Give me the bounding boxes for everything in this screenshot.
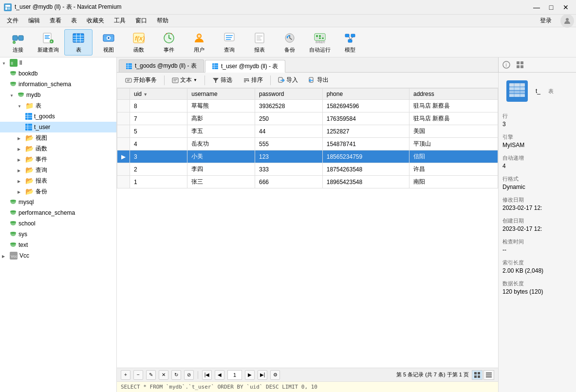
minimize-button[interactable]: —	[530, 2, 543, 12]
cell-address[interactable]: 南阳	[409, 176, 498, 188]
table-row[interactable]: 1张三66618965423548南阳	[117, 176, 498, 188]
menu-table[interactable]: 表	[66, 16, 82, 26]
tab-t-goods[interactable]: t_goods @mydb (ll) - 表	[119, 59, 204, 72]
stop-button[interactable]: ✕	[159, 370, 168, 380]
cell-phone[interactable]: 1252827	[322, 125, 409, 138]
toolbar-backup[interactable]: 备份	[276, 29, 304, 56]
toolbar-table[interactable]: 表	[64, 29, 93, 56]
cell-username[interactable]: 高影	[187, 112, 255, 125]
cell-password[interactable]: 44	[255, 125, 322, 138]
sidebar-item-mysql[interactable]: mysql	[0, 197, 116, 207]
sidebar-item-reports-folder[interactable]: 📂 报表	[0, 175, 116, 186]
cell-username[interactable]: 李五	[187, 125, 255, 138]
first-page-button[interactable]: |◀	[202, 370, 212, 380]
sidebar-item-tables-folder[interactable]: 📁 表	[0, 100, 116, 111]
table-row[interactable]: 4岳友功555154878741平顶山	[117, 138, 498, 150]
cell-phone[interactable]: 18754263548	[322, 163, 409, 176]
cell-username[interactable]: 草莓熊	[187, 100, 255, 112]
cell-phone[interactable]: 18965423548	[322, 176, 409, 188]
sidebar-item-bookdb[interactable]: bookdb	[0, 68, 116, 79]
cell-phone[interactable]: 1582694596	[322, 100, 409, 112]
toolbar-model[interactable]: 模型	[336, 29, 364, 56]
export-button[interactable]: 导出	[304, 75, 333, 86]
clear-button[interactable]: ⊘	[184, 370, 194, 380]
sidebar-item-vcc[interactable]: Vcc Vcc	[0, 250, 116, 261]
tab-t-user[interactable]: t_user @mydb (ll) - 表	[205, 60, 286, 73]
login-button[interactable]: 登录	[534, 15, 557, 27]
menu-file[interactable]: 文件	[2, 16, 23, 26]
cell-address[interactable]: 驻马店 新蔡县	[409, 112, 498, 125]
col-password[interactable]: password	[255, 89, 322, 100]
cell-address[interactable]: 美国	[409, 125, 498, 138]
cell-password[interactable]: 250	[255, 112, 322, 125]
sidebar-item-views-folder[interactable]: 📂 视图	[0, 132, 116, 143]
add-row-button[interactable]: +	[121, 370, 130, 380]
toolbar-autorun[interactable]: 自动运行 自动运行	[306, 29, 334, 56]
cell-password[interactable]: 123	[255, 150, 322, 163]
sidebar-item-ll[interactable]: II ll	[0, 57, 116, 68]
sidebar-item-text[interactable]: text	[0, 240, 116, 250]
page-input[interactable]	[227, 370, 242, 380]
menu-edit[interactable]: 编辑	[23, 16, 45, 26]
toolbar-view[interactable]: 视图	[94, 29, 123, 56]
toolbar-event[interactable]: 事件	[155, 29, 183, 56]
sidebar-item-school[interactable]: school	[0, 218, 116, 229]
sidebar-item-performance-schema[interactable]: performance_schema	[0, 207, 116, 218]
cell-phone[interactable]: 154878741	[322, 138, 409, 150]
delete-row-button[interactable]: −	[133, 370, 143, 380]
info-button[interactable]: i	[501, 59, 512, 70]
col-username[interactable]: username	[187, 89, 255, 100]
filter-button[interactable]: 筛选	[208, 75, 237, 86]
table-row[interactable]: ▶3小美12318565234759信阳	[117, 150, 498, 163]
toolbar-new-query[interactable]: + 新建查询	[34, 29, 62, 56]
list-view-button[interactable]	[483, 370, 494, 380]
toolbar-user[interactable]: 用户	[185, 29, 213, 56]
cell-username[interactable]: 岳友功	[187, 138, 255, 150]
close-button[interactable]: ✕	[559, 2, 572, 12]
sidebar-item-sys[interactable]: sys	[0, 229, 116, 240]
toolbar-query2[interactable]: 查询	[215, 29, 243, 56]
cell-phone[interactable]: 18565234759	[322, 150, 409, 163]
menu-favorites[interactable]: 收藏夹	[82, 16, 109, 26]
cell-address[interactable]: 驻马店 新蔡县	[409, 100, 498, 112]
col-uid[interactable]: uid ▼	[130, 89, 187, 100]
sidebar-item-events-folder[interactable]: 📂 事件	[0, 154, 116, 165]
cell-username[interactable]: 李四	[187, 163, 255, 176]
cell-uid[interactable]: 2	[130, 163, 187, 176]
sidebar-item-t-goods[interactable]: t_goods	[0, 111, 116, 122]
cell-phone[interactable]: 176359584	[322, 112, 409, 125]
last-page-button[interactable]: ▶|	[258, 370, 267, 380]
toolbar-function[interactable]: f(x) 函数	[125, 29, 153, 56]
edit-row-button[interactable]: ✎	[146, 370, 156, 380]
col-address[interactable]: address	[409, 89, 498, 100]
sidebar-item-queries-folder[interactable]: 📂 查询	[0, 165, 116, 175]
sidebar-item-t-user[interactable]: t_user	[0, 122, 116, 132]
refresh-button[interactable]: ↻	[171, 370, 181, 380]
text-button[interactable]: 文本 ▼	[167, 75, 202, 86]
toolbar-report[interactable]: 报表	[245, 29, 274, 56]
menu-view[interactable]: 查看	[45, 16, 66, 26]
begin-transaction-button[interactable]: 开始事务	[121, 75, 161, 86]
cell-address[interactable]: 信阳	[409, 150, 498, 163]
cell-uid[interactable]: 3	[130, 150, 187, 163]
cell-password[interactable]: 555	[255, 138, 322, 150]
grid-view-button[interactable]	[472, 370, 483, 380]
sidebar-item-information-schema[interactable]: information_schema	[0, 79, 116, 90]
table-row[interactable]: 2李四33318754263548许昌	[117, 163, 498, 176]
cell-password[interactable]: 333	[255, 163, 322, 176]
maximize-button[interactable]: □	[545, 2, 557, 12]
cell-address[interactable]: 许昌	[409, 163, 498, 176]
next-page-button[interactable]: ▶	[245, 370, 255, 380]
cell-uid[interactable]: 7	[130, 112, 187, 125]
cell-password[interactable]: 666	[255, 176, 322, 188]
menu-tools[interactable]: 工具	[109, 16, 130, 26]
table-row[interactable]: 8草莓熊393625281582694596驻马店 新蔡县	[117, 100, 498, 112]
grid-button[interactable]	[514, 59, 526, 70]
sidebar-item-backup-folder[interactable]: 📂 备份	[0, 186, 116, 197]
cell-password[interactable]: 39362528	[255, 100, 322, 112]
sidebar-item-mydb[interactable]: mydb	[0, 90, 116, 100]
cell-uid[interactable]: 8	[130, 100, 187, 112]
prev-page-button[interactable]: ◀	[215, 370, 224, 380]
table-row[interactable]: 7高影250176359584驻马店 新蔡县	[117, 112, 498, 125]
user-avatar[interactable]	[560, 14, 574, 28]
